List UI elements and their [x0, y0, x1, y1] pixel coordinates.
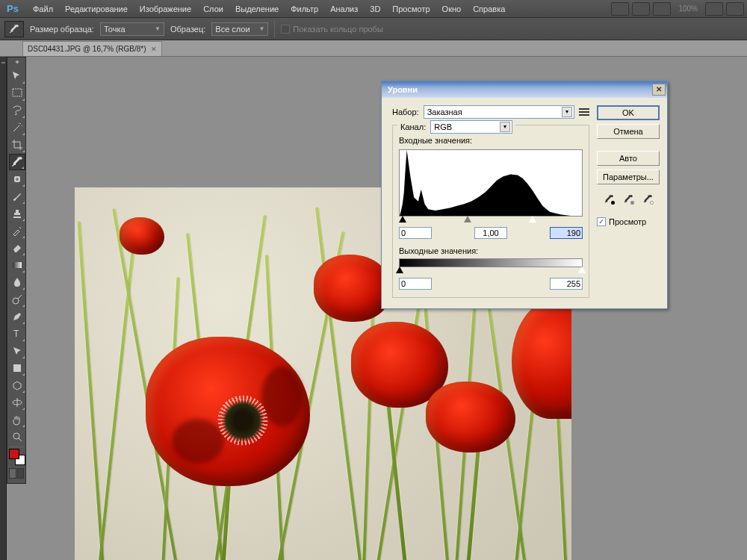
svg-rect-5: [13, 364, 21, 372]
gradient-tool[interactable]: [9, 257, 25, 273]
eraser-tool[interactable]: [9, 240, 25, 256]
pen-tool[interactable]: [9, 308, 25, 325]
app-logo: Ps: [3, 2, 22, 16]
svg-rect-0: [13, 89, 22, 96]
dock-strip[interactable]: [0, 57, 7, 560]
blur-tool[interactable]: [9, 274, 25, 290]
white-eyedropper-icon[interactable]: [640, 193, 655, 206]
svg-text:T: T: [13, 329, 19, 339]
channel-dropdown[interactable]: RGB▾: [430, 120, 512, 134]
menu-image[interactable]: Изображение: [134, 4, 197, 13]
menu-filter[interactable]: Фильтр: [285, 4, 324, 13]
auto-button[interactable]: Авто: [597, 151, 660, 166]
path-select-tool[interactable]: [9, 343, 25, 359]
svg-point-3: [13, 298, 19, 304]
dialog-title: Уровни: [388, 85, 418, 94]
sample-size-label: Размер образца:: [30, 25, 94, 34]
document-tab-title: DSC04431.JPG @ 16,7% (RGB/8*): [28, 45, 146, 53]
workspace-switcher-icon[interactable]: [726, 2, 744, 16]
foreground-color-swatch[interactable]: [9, 449, 19, 459]
menu-edit[interactable]: Редактирование: [59, 4, 134, 13]
menu-view[interactable]: Просмотр: [386, 4, 436, 13]
document-tab[interactable]: DSC04431.JPG @ 16,7% (RGB/8*) ✕: [22, 41, 162, 56]
menu-help[interactable]: Справка: [467, 4, 511, 13]
options-divider: [274, 21, 275, 37]
svg-rect-2: [13, 262, 22, 268]
menu-bar: Ps Файл Редактирование Изображение Слои …: [0, 0, 747, 18]
close-icon[interactable]: ✕: [652, 84, 666, 96]
wand-tool[interactable]: [9, 119, 25, 136]
output-label: Выходные значения:: [399, 246, 583, 255]
dodge-tool[interactable]: [9, 291, 25, 308]
input-slider[interactable]: [399, 217, 583, 224]
input-white-handle[interactable]: [529, 216, 536, 223]
color-swatches[interactable]: [9, 449, 25, 465]
3d-tool[interactable]: [9, 377, 25, 393]
histogram: [399, 149, 583, 217]
output-black-handle[interactable]: [396, 267, 403, 273]
levels-dialog: Уровни ✕ Набор: Заказная▾ Канал: RGB▾ Вх…: [381, 81, 668, 309]
stamp-tool[interactable]: [9, 205, 25, 222]
preset-label: Набор:: [392, 108, 419, 116]
input-black-handle[interactable]: [399, 216, 406, 223]
input-white-field[interactable]: [550, 227, 583, 239]
input-label: Входные значения:: [399, 136, 583, 145]
ok-button[interactable]: OK: [597, 105, 660, 120]
cancel-button[interactable]: Отмена: [597, 124, 660, 139]
screen-mode-icon[interactable]: [705, 2, 723, 16]
launcher-bridge-icon[interactable]: [611, 2, 629, 16]
preset-menu-icon[interactable]: [579, 108, 589, 116]
hand-tool[interactable]: [9, 411, 25, 428]
standard-mode-button[interactable]: [9, 468, 16, 479]
preview-checkbox[interactable]: ✓ Просмотр: [597, 217, 660, 226]
history-brush-tool[interactable]: [9, 223, 25, 239]
current-tool-preview[interactable]: [4, 21, 24, 37]
menu-file[interactable]: Файл: [27, 4, 59, 13]
menu-3d[interactable]: 3D: [364, 4, 386, 13]
preset-dropdown[interactable]: Заказная▾: [424, 105, 574, 119]
type-tool[interactable]: T: [9, 326, 25, 342]
move-tool[interactable]: [9, 68, 25, 84]
toolbox: T: [7, 57, 26, 484]
document-tab-strip: DSC04431.JPG @ 16,7% (RGB/8*) ✕: [0, 40, 747, 57]
sample-size-dropdown[interactable]: Точка▼: [100, 22, 164, 36]
marquee-tool[interactable]: [9, 85, 25, 102]
quickmask-mode-button[interactable]: [17, 468, 25, 479]
show-ring-checkbox: Показать кольцо пробы: [281, 25, 383, 34]
menu-layer[interactable]: Слои: [197, 4, 229, 13]
checkbox-icon: ✓: [597, 217, 606, 226]
dialog-titlebar[interactable]: Уровни ✕: [382, 81, 667, 98]
output-black-field[interactable]: [399, 278, 432, 290]
output-white-handle[interactable]: [578, 267, 586, 273]
zoom-tool[interactable]: [9, 429, 25, 445]
output-white-field[interactable]: [550, 278, 583, 290]
menu-window[interactable]: Окно: [436, 4, 468, 13]
svg-point-7: [13, 433, 19, 439]
menu-select[interactable]: Выделение: [229, 4, 285, 13]
sample-dropdown[interactable]: Все слои▼: [211, 22, 268, 36]
eyedropper-tool[interactable]: [9, 154, 25, 170]
black-eyedropper-icon[interactable]: [601, 193, 616, 206]
checkbox-icon: [281, 25, 290, 34]
close-icon[interactable]: ✕: [151, 46, 157, 53]
brush-tool[interactable]: [9, 188, 25, 205]
channel-label: Канал:: [400, 122, 426, 131]
input-gamma-handle[interactable]: [464, 216, 471, 223]
arrange-documents-icon[interactable]: [653, 2, 671, 16]
eyedropper-icon: [9, 24, 19, 34]
3d-camera-tool[interactable]: [9, 394, 25, 411]
lasso-tool[interactable]: [9, 102, 25, 119]
output-gradient[interactable]: [399, 258, 583, 267]
input-gamma-field[interactable]: [474, 227, 507, 239]
channel-fieldset: Канал: RGB▾ Входные значения:: [392, 125, 589, 298]
launcher-mb-icon[interactable]: [632, 2, 650, 16]
output-slider[interactable]: [399, 267, 583, 275]
menu-analysis[interactable]: Анализ: [324, 4, 364, 13]
heal-tool[interactable]: [9, 171, 25, 187]
options-button[interactable]: Параметры...: [597, 169, 660, 184]
shape-tool[interactable]: [9, 360, 25, 376]
gray-eyedropper-icon[interactable]: [621, 193, 636, 206]
options-bar: Размер образца: Точка▼ Образец: Все слои…: [0, 18, 747, 40]
input-black-field[interactable]: [399, 227, 432, 239]
crop-tool[interactable]: [9, 137, 25, 153]
